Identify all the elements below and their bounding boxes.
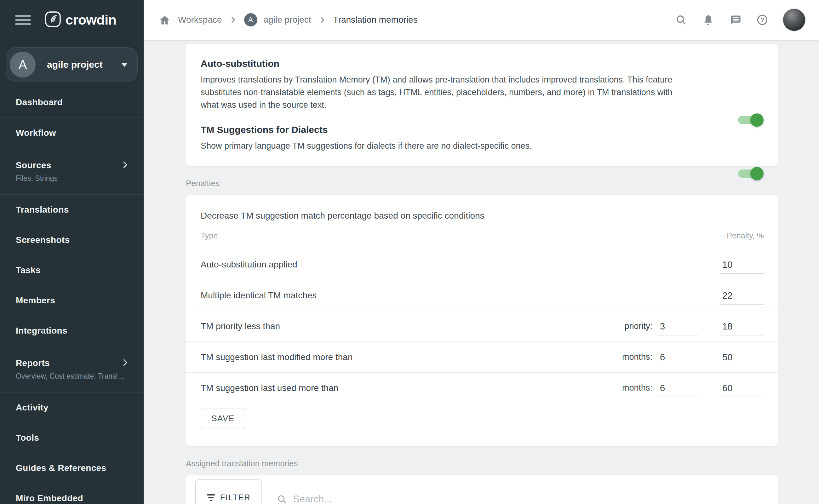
table-row: TM suggestion last used more than months… <box>186 373 778 403</box>
user-avatar[interactable] <box>782 8 806 31</box>
sidebar-item-dashboard[interactable]: Dashboard <box>0 87 144 117</box>
sidebar-item-sources[interactable]: Sources Files, Strings <box>0 148 144 194</box>
penalty-input-tm-priority[interactable] <box>720 321 764 335</box>
crowdin-wordmark: crowdin <box>66 12 116 28</box>
dialect-suggestions-toggle[interactable] <box>738 169 763 178</box>
sidebar-item-screenshots[interactable]: Screenshots <box>0 225 144 255</box>
save-button[interactable]: SAVE <box>201 409 245 428</box>
penalty-input-last-modified[interactable] <box>720 352 764 366</box>
project-name: agile project <box>47 59 103 70</box>
auto-substitution-title: Auto-substitution <box>201 58 683 70</box>
table-row: Auto-substitution applied <box>186 249 778 280</box>
main-content: Auto-substitution Improves translations … <box>144 40 819 504</box>
auto-substitution-description: Improves translations by Translation Mem… <box>201 73 683 111</box>
sidebar-item-tools[interactable]: Tools <box>0 423 144 453</box>
priority-unit-label: priority: <box>624 321 652 331</box>
sidebar: crowdin A agile project Dashboard Workfl… <box>0 0 144 504</box>
table-row: TM suggestion last modified more than mo… <box>186 342 778 373</box>
chevron-right-icon <box>120 160 130 171</box>
sidebar-item-tasks[interactable]: Tasks <box>0 255 144 285</box>
auto-substitution-toggle[interactable] <box>738 116 763 124</box>
project-avatar: A <box>10 52 36 77</box>
help-icon[interactable]: ? <box>756 14 769 26</box>
chevron-down-icon <box>121 63 128 67</box>
months-unit-label: months: <box>622 352 652 362</box>
auto-substitution-card: Auto-substitution Improves translations … <box>186 44 778 166</box>
search-icon <box>277 494 287 504</box>
dialect-suggestions-description: Show primary language TM suggestions for… <box>201 140 683 152</box>
crowdin-logo[interactable]: crowdin <box>45 11 116 29</box>
sidebar-item-guides-references[interactable]: Guides & References <box>0 453 144 483</box>
sidebar-item-activity[interactable]: Activity <box>0 392 144 423</box>
assigned-tm-search <box>277 493 483 504</box>
messages-chat-icon[interactable] <box>729 14 742 26</box>
sidebar-item-translations[interactable]: Translations <box>0 195 144 225</box>
priority-value-input[interactable] <box>657 321 698 335</box>
breadcrumb-project-avatar: A <box>244 13 257 26</box>
dialect-suggestions-title: TM Suggestions for Dialects <box>201 124 683 136</box>
column-header-penalty: Penalty, % <box>727 231 764 240</box>
chevron-right-icon <box>120 358 130 369</box>
search-icon[interactable] <box>675 14 687 26</box>
penalties-table-header: Type Penalty, % <box>186 231 778 249</box>
column-header-type: Type <box>201 231 727 240</box>
notifications-bell-icon[interactable] <box>702 14 714 26</box>
breadcrumb-workspace[interactable]: Workspace <box>178 15 222 25</box>
sidebar-item-miro-embedded[interactable]: Miro Embedded <box>0 483 144 504</box>
topbar: Workspace A agile project Translation me… <box>144 0 819 40</box>
sidebar-item-reports[interactable]: Reports Overview, Cost estimate, Transl… <box>0 346 144 392</box>
home-icon[interactable] <box>159 14 170 26</box>
search-input[interactable] <box>292 493 483 504</box>
penalties-section-label: Penalties <box>186 179 778 188</box>
sidebar-item-integrations[interactable]: Integrations <box>0 316 144 346</box>
project-selector[interactable]: A agile project <box>6 47 138 82</box>
sidebar-menu: Dashboard Workflow Sources Files, String… <box>0 87 144 504</box>
table-row: Multiple identical TM matches <box>186 280 778 311</box>
months-modified-input[interactable] <box>657 352 698 366</box>
penalties-heading: Decrease TM suggestion match percentage … <box>186 210 778 221</box>
penalty-input-multiple-matches[interactable] <box>720 290 764 305</box>
topbar-actions: ? <box>660 8 806 31</box>
filter-button[interactable]: FILTER <box>195 479 262 504</box>
sidebar-item-members[interactable]: Members <box>0 285 144 316</box>
chevron-right-icon <box>318 16 326 24</box>
breadcrumb-project[interactable]: agile project <box>264 15 311 25</box>
filter-icon <box>207 493 215 503</box>
breadcrumb: Workspace A agile project Translation me… <box>159 13 418 26</box>
table-row: TM priority less than priority: <box>186 311 778 342</box>
assigned-tm-section-label: Assigned translation memories <box>186 459 778 468</box>
months-used-input[interactable] <box>657 383 698 397</box>
assigned-tm-card: FILTER <box>186 475 778 504</box>
sidebar-item-workflow[interactable]: Workflow <box>0 118 144 148</box>
penalty-input-last-used[interactable] <box>720 383 764 397</box>
months-unit-label: months: <box>622 383 652 393</box>
chevron-right-icon <box>229 16 237 24</box>
penalties-card: Decrease TM suggestion match percentage … <box>186 195 778 446</box>
crowdin-logo-icon <box>45 11 61 29</box>
hamburger-menu-icon[interactable] <box>15 13 31 27</box>
penalty-input-auto-substitution[interactable] <box>720 260 764 274</box>
svg-text:?: ? <box>760 16 764 23</box>
breadcrumb-current-page: Translation memories <box>333 15 418 25</box>
